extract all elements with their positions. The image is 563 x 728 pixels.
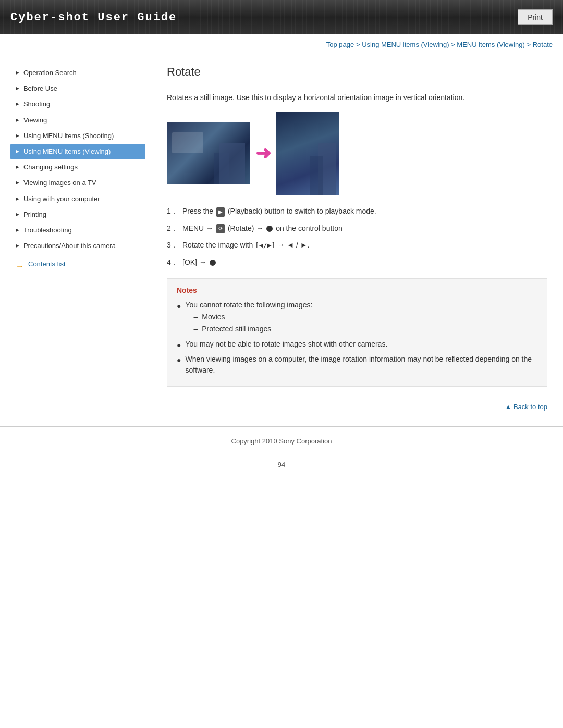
sidebar: ► Operation Search ► Before Use ► Shooti… — [0, 55, 151, 426]
step-4-content: [OK] → — [182, 256, 547, 268]
image-before — [167, 122, 250, 184]
note-item-1: ● You cannot rotate the following images… — [177, 300, 537, 336]
breadcrumb-rotate[interactable]: Rotate — [533, 41, 553, 48]
sidebar-item-label: Troubleshooting — [23, 226, 72, 235]
arrow-icon: ► — [15, 226, 20, 234]
note-item-3: ● When viewing images on a computer, the… — [177, 354, 537, 376]
step-2: 2． MENU → ⟳ (Rotate) → on the control bu… — [167, 223, 547, 234]
sidebar-item-operation-search[interactable]: ► Operation Search — [10, 65, 145, 81]
notes-list: ● You cannot rotate the following images… — [177, 300, 537, 376]
copyright-text: Copyright 2010 Sony Corporation — [231, 437, 332, 445]
sub-item-movies-text: Movies — [202, 312, 225, 323]
breadcrumb: Top page > Using MENU items (Viewing) > … — [0, 34, 563, 55]
arrow-icon: ► — [15, 100, 20, 108]
step-3-num: 3． — [167, 239, 182, 251]
step-1: 1． Press the ▶ (Playback) button to swit… — [167, 205, 547, 217]
bullet-icon: ● — [177, 301, 181, 312]
building-shape-1 — [219, 143, 245, 184]
page-number: 94 — [0, 461, 563, 468]
playback-icon: ▶ — [216, 207, 225, 217]
sidebar-item-label: Operation Search — [23, 68, 77, 78]
arrow-icon: ► — [15, 147, 20, 155]
footer-divider — [0, 426, 563, 427]
breadcrumb-using-menu-viewing[interactable]: Using MENU items (Viewing) — [362, 41, 449, 48]
sidebar-item-using-menu-shooting[interactable]: ► Using MENU items (Shooting) — [10, 128, 145, 144]
bracket-icon: [◀/▶] — [255, 241, 275, 249]
arrow-icon: ► — [15, 179, 20, 187]
sidebar-item-label: Using with your computer — [23, 194, 100, 204]
steps-list: 1． Press the ▶ (Playback) button to swit… — [167, 205, 547, 268]
arrow-icon: ► — [15, 116, 20, 124]
footer: Copyright 2010 Sony Corporation — [0, 432, 563, 455]
back-to-top-link[interactable]: ▲ Back to top — [505, 403, 547, 411]
sidebar-item-label: Using MENU items (Viewing) — [23, 147, 111, 156]
arrow-icon: ► — [15, 195, 20, 203]
sidebar-item-label: Shooting — [23, 100, 50, 109]
notes-title: Notes — [177, 286, 537, 294]
sidebar-item-using-menu-viewing[interactable]: ► Using MENU items (Viewing) — [10, 144, 145, 159]
step-1-content: Press the ▶ (Playback) button to switch … — [182, 205, 547, 217]
sidebar-item-using-with-computer[interactable]: ► Using with your computer — [10, 191, 145, 207]
step-2-num: 2． — [167, 223, 182, 234]
step-4: 4． [OK] → — [167, 256, 547, 268]
page-title: Rotate — [167, 65, 547, 83]
contents-list-label: Contents list — [28, 260, 66, 268]
arrow-icon: ► — [15, 242, 20, 250]
sidebar-item-troubleshooting[interactable]: ► Troubleshooting — [10, 223, 145, 238]
back-to-top-row: ▲ Back to top — [167, 397, 547, 416]
notes-box: Notes ● You cannot rotate the following … — [167, 278, 547, 387]
note-item-1-text: You cannot rotate the following images: … — [185, 300, 312, 336]
note-item-2: ● You may not be able to rotate images s… — [177, 339, 537, 351]
sidebar-item-shooting[interactable]: ► Shooting — [10, 96, 145, 112]
arrow-right-icon — [16, 262, 26, 267]
sidebar-item-label: Changing settings — [23, 163, 78, 172]
sidebar-item-precautions[interactable]: ► Precautions/About this camera — [10, 238, 145, 254]
app-title: Cyber-shot User Guide — [10, 11, 177, 24]
arrow-icon: ► — [15, 69, 20, 77]
sidebar-item-label: Viewing — [23, 116, 47, 125]
image-after — [276, 112, 339, 195]
arrow-icon: ► — [15, 163, 20, 171]
sub-item-protected-text: Protected still images — [202, 324, 271, 335]
sub-item-protected: Protected still images — [193, 324, 312, 335]
header: Cyber-shot User Guide Print — [0, 0, 563, 34]
arrow-icon: ► — [15, 132, 20, 140]
circle-ok-icon — [210, 260, 216, 266]
sidebar-item-label: Precautions/About this camera — [23, 241, 116, 251]
circle-icon — [266, 226, 273, 232]
step-3-content: Rotate the image with [◀/▶] → ◄ / ►. — [182, 239, 547, 251]
step-4-num: 4． — [167, 256, 182, 268]
sidebar-item-before-use[interactable]: ► Before Use — [10, 81, 145, 96]
contents-list-link[interactable]: Contents list — [10, 260, 145, 268]
step-3: 3． Rotate the image with [◀/▶] → ◄ / ►. — [167, 239, 547, 251]
building-rotated-2 — [310, 156, 323, 195]
sidebar-item-label: Using MENU items (Shooting) — [23, 131, 114, 141]
step-2-content: MENU → ⟳ (Rotate) → on the control butto… — [182, 223, 547, 234]
sidebar-item-label: Viewing images on a TV — [23, 178, 96, 188]
note-item-3-text: When viewing images on a computer, the i… — [185, 354, 537, 376]
rotate-arrow-icon: ➜ — [255, 142, 271, 164]
step-1-num: 1． — [167, 205, 182, 217]
sidebar-item-label: Printing — [23, 210, 46, 219]
breadcrumb-menu-items-viewing[interactable]: MENU items (Viewing) — [457, 41, 525, 48]
sub-item-movies: Movies — [193, 312, 312, 323]
sidebar-item-label: Before Use — [23, 84, 57, 93]
arrow-icon: ► — [15, 211, 20, 218]
sub-list-1: Movies Protected still images — [185, 312, 312, 335]
note-item-2-text: You may not be able to rotate images sho… — [185, 339, 387, 350]
breadcrumb-top[interactable]: Top page — [326, 41, 354, 48]
images-area: ➜ — [167, 112, 547, 195]
sidebar-item-printing[interactable]: ► Printing — [10, 207, 145, 223]
sidebar-item-viewing-images-tv[interactable]: ► Viewing images on a TV — [10, 175, 145, 191]
page-description: Rotates a still image. Use this to displ… — [167, 92, 547, 103]
bullet-icon-3: ● — [177, 355, 181, 366]
main-content: Rotate Rotates a still image. Use this t… — [151, 55, 563, 426]
sidebar-item-viewing[interactable]: ► Viewing — [10, 113, 145, 128]
arrow-icon: ► — [15, 84, 20, 92]
print-button[interactable]: Print — [518, 9, 553, 25]
layout: ► Operation Search ► Before Use ► Shooti… — [0, 55, 563, 426]
rotate-icon: ⟳ — [216, 224, 225, 233]
sidebar-item-changing-settings[interactable]: ► Changing settings — [10, 159, 145, 175]
bullet-icon-2: ● — [177, 340, 181, 351]
